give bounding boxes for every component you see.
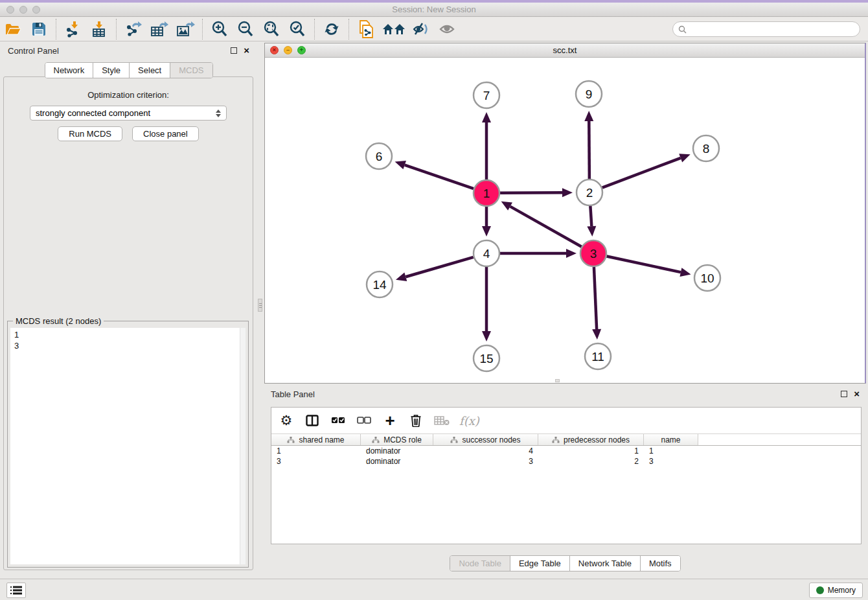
cell-name: 1 bbox=[644, 446, 698, 456]
float-panel-icon[interactable] bbox=[231, 47, 237, 54]
add-column-icon[interactable]: + bbox=[382, 411, 398, 430]
cell-predecessor-nodes: 2 bbox=[538, 457, 644, 466]
column-header-name[interactable]: name bbox=[644, 434, 698, 445]
mcds-result-textarea[interactable]: 1 3 bbox=[10, 328, 246, 564]
deselect-all-icon[interactable] bbox=[356, 411, 372, 430]
export-image-icon[interactable] bbox=[174, 19, 196, 39]
show-all-icon[interactable] bbox=[437, 19, 459, 39]
graph-edge-3-1[interactable] bbox=[510, 207, 582, 247]
memory-label: Memory bbox=[828, 586, 856, 595]
graph-node-label-6: 6 bbox=[376, 150, 383, 163]
zoom-in-icon[interactable] bbox=[209, 19, 231, 39]
optimization-criterion-value: strongly connected component bbox=[36, 108, 150, 118]
network-view-window: × – + scc.txt 7968124314101511 bbox=[264, 43, 866, 384]
cell-mcds-role: dominator bbox=[361, 457, 433, 466]
control-panel: Control Panel × Network Style Select MCD… bbox=[0, 41, 257, 579]
table-row[interactable]: 1 dominator 4 1 1 bbox=[271, 446, 861, 456]
column-grip-icon bbox=[552, 437, 560, 443]
graph-node-label-9: 9 bbox=[586, 87, 593, 101]
export-network-icon[interactable] bbox=[122, 19, 144, 39]
hide-selected-icon[interactable] bbox=[411, 19, 433, 39]
panel-splitter-handle[interactable] bbox=[258, 299, 262, 312]
table-panel: Table Panel × ⚙ + f(x) bbox=[262, 386, 868, 577]
close-panel-icon[interactable]: × bbox=[244, 47, 249, 54]
column-header-predecessor-nodes[interactable]: predecessor nodes bbox=[538, 434, 644, 445]
open-session-icon[interactable] bbox=[2, 19, 24, 39]
close-panel-button[interactable]: Close panel bbox=[132, 126, 199, 141]
graph-edge-2-3[interactable] bbox=[590, 206, 591, 226]
graph-edge-3-10[interactable] bbox=[607, 256, 681, 272]
column-header-mcds-role[interactable]: MCDS role bbox=[361, 434, 433, 445]
import-table-icon[interactable] bbox=[88, 19, 110, 39]
column-header-successor-nodes[interactable]: successor nodes bbox=[433, 434, 538, 445]
control-panel-title: Control Panel bbox=[8, 46, 59, 56]
window-titlebar: Session: New Session bbox=[0, 3, 868, 17]
optimization-criterion-select[interactable]: strongly connected component bbox=[30, 106, 227, 121]
copy-network-icon[interactable] bbox=[355, 19, 377, 39]
graph-edge-4-14[interactable] bbox=[405, 257, 474, 277]
tab-motifs[interactable]: Motifs bbox=[641, 556, 680, 571]
float-table-panel-icon[interactable] bbox=[841, 391, 847, 397]
graph-edge-2-8[interactable] bbox=[602, 158, 681, 188]
table-row[interactable]: 3 dominator 3 2 3 bbox=[271, 456, 861, 467]
zoom-out-icon[interactable] bbox=[234, 19, 257, 39]
cell-name: 3 bbox=[644, 457, 698, 466]
main-toolbar bbox=[0, 17, 868, 41]
import-network-icon[interactable] bbox=[62, 19, 84, 39]
export-table-icon[interactable] bbox=[148, 19, 170, 39]
search-input[interactable] bbox=[687, 23, 860, 35]
search-icon bbox=[678, 25, 687, 34]
tab-edge-table[interactable]: Edge Table bbox=[510, 556, 570, 571]
zoom-selected-icon[interactable] bbox=[286, 19, 308, 39]
memory-status-icon bbox=[816, 586, 824, 594]
task-history-button[interactable] bbox=[6, 583, 26, 598]
graph-edge-1-2[interactable] bbox=[500, 192, 562, 193]
result-scrollbar[interactable] bbox=[240, 328, 246, 564]
network-canvas[interactable]: 7968124314101511 bbox=[265, 58, 865, 383]
cell-shared-name: 3 bbox=[271, 457, 361, 466]
settings-gear-icon[interactable]: ⚙ bbox=[278, 411, 295, 430]
tab-mcds[interactable]: MCDS bbox=[170, 63, 212, 78]
node-table-container: ⚙ + f(x) shared name bbox=[271, 407, 862, 544]
list-icon bbox=[10, 586, 22, 595]
close-table-panel-icon[interactable]: × bbox=[854, 391, 860, 397]
mcds-result-groupbox: MCDS result (2 nodes) 1 3 bbox=[7, 321, 249, 568]
cell-shared-name: 1 bbox=[271, 446, 361, 456]
search-field[interactable] bbox=[672, 21, 860, 37]
function-builder-icon: f(x) bbox=[459, 411, 479, 430]
column-header-shared-name[interactable]: shared name bbox=[271, 434, 361, 445]
tab-network-table[interactable]: Network Table bbox=[570, 556, 641, 571]
tab-network[interactable]: Network bbox=[45, 63, 93, 78]
graph-edge-2-9[interactable] bbox=[589, 121, 589, 179]
memory-button[interactable]: Memory bbox=[809, 583, 863, 598]
save-session-icon[interactable] bbox=[28, 19, 50, 39]
graph-node-label-4: 4 bbox=[483, 247, 490, 260]
graph-edge-1-6[interactable] bbox=[405, 165, 474, 189]
cell-successor-nodes: 3 bbox=[433, 457, 538, 466]
column-grip-icon bbox=[287, 437, 295, 443]
graph-edge-3-11[interactable] bbox=[594, 267, 597, 329]
control-panel-tabs: Network Style Select MCDS bbox=[44, 62, 212, 78]
table-tabs: Node Table Edge Table Network Table Moti… bbox=[262, 555, 868, 571]
table-header-row: shared name MCDS role successor nodes pr… bbox=[271, 433, 861, 446]
first-neighbors-icon[interactable] bbox=[381, 19, 407, 39]
tab-node-table[interactable]: Node Table bbox=[450, 556, 510, 571]
toolbar-separator bbox=[202, 19, 203, 40]
graph-node-label-14: 14 bbox=[372, 278, 387, 292]
table-toolbar: ⚙ + f(x) bbox=[271, 408, 861, 433]
network-resize-handle[interactable] bbox=[555, 379, 560, 382]
columns-icon[interactable] bbox=[304, 411, 321, 430]
tab-style[interactable]: Style bbox=[93, 63, 130, 78]
graph-node-label-7: 7 bbox=[483, 89, 490, 102]
zoom-fit-icon[interactable] bbox=[260, 19, 282, 39]
network-window-titlebar[interactable]: × – + scc.txt bbox=[265, 43, 865, 58]
tab-select[interactable]: Select bbox=[130, 63, 170, 78]
run-mcds-button[interactable]: Run MCDS bbox=[58, 126, 122, 141]
graph-node-label-3: 3 bbox=[590, 247, 597, 260]
refresh-layout-icon[interactable] bbox=[321, 19, 343, 39]
toolbar-separator bbox=[116, 19, 117, 40]
delete-column-icon[interactable] bbox=[407, 411, 424, 430]
delete-table-icon bbox=[433, 411, 450, 430]
status-bar: Memory bbox=[0, 579, 868, 600]
select-all-icon[interactable] bbox=[330, 411, 347, 430]
